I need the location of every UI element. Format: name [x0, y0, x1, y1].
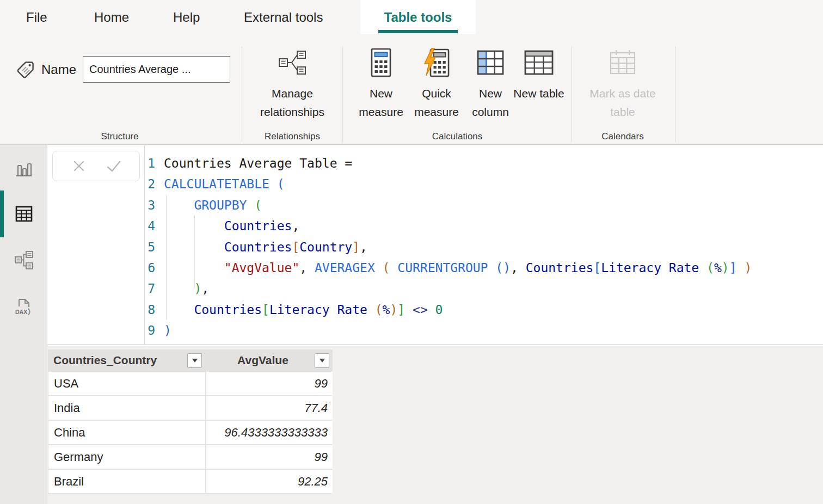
column-filter-dropdown[interactable]: [187, 353, 202, 368]
tab-external-tools[interactable]: External tools: [244, 0, 323, 34]
mark-as-date-table-button: Mark as date table: [582, 45, 664, 128]
code-line[interactable]: 1Countries Average Table =: [145, 153, 823, 174]
formula-bar-region: 1Countries Average Table =2CALCULATETABL…: [47, 145, 823, 345]
dax-code: 1Countries Average Table =2CALCULATETABL…: [145, 153, 823, 341]
quick-measure-icon: [421, 45, 452, 80]
avg-value-cell[interactable]: 92.25: [206, 470, 333, 493]
view-sidebar: DAX: [0, 145, 47, 504]
ribbon-separator: [242, 46, 242, 142]
tag-icon: [15, 59, 36, 80]
country-cell[interactable]: China: [48, 421, 205, 444]
formula-commit-group: [52, 151, 140, 181]
line-number: 6: [145, 257, 155, 278]
manage-relationships-button[interactable]: Manage relationships: [251, 45, 333, 128]
country-cell[interactable]: USA: [48, 372, 205, 395]
code-line[interactable]: 3 GROUPBY (: [145, 195, 823, 216]
line-number: 9: [145, 320, 155, 341]
cancel-x-icon: [70, 157, 88, 175]
line-number: 1: [145, 153, 155, 174]
line-number: 5: [145, 237, 155, 257]
checkmark-icon: [105, 157, 123, 175]
new-table-button[interactable]: New table: [512, 45, 566, 128]
ribbon-separator: [675, 46, 675, 142]
ribbon-tab-bar: File Home Help External tools Table tool…: [0, 0, 823, 34]
mark-as-date-table-icon: [608, 45, 637, 80]
avg-value-cell[interactable]: 99: [206, 372, 333, 395]
column-header-countries-country[interactable]: Countries_Country: [48, 350, 205, 371]
manage-relationships-icon: [278, 45, 307, 80]
data-view-region: Countries_Country AvgValue USA99India77.…: [47, 346, 823, 504]
svg-text:DAX: DAX: [15, 309, 27, 315]
report-view-button[interactable]: [14, 158, 34, 179]
ribbon-separator: [572, 46, 572, 142]
new-table-label: New table: [513, 84, 564, 103]
cancel-formula-button[interactable]: [70, 157, 88, 175]
tab-file[interactable]: File: [26, 0, 47, 34]
line-number: 7: [145, 278, 155, 299]
name-field-label: Name: [41, 62, 76, 77]
line-number: 4: [145, 216, 155, 236]
commit-formula-button[interactable]: [105, 157, 123, 175]
column-header-avgvalue[interactable]: AvgValue: [206, 350, 333, 371]
country-cell[interactable]: Germany: [48, 445, 205, 469]
ribbon: Name Structure Manage relationships Rela…: [0, 34, 823, 145]
line-number: 8: [145, 299, 155, 320]
avg-value-cell[interactable]: 99: [206, 445, 333, 469]
code-line[interactable]: 2CALCULATETABLE (: [145, 174, 823, 194]
dax-query-view-button[interactable]: DAX: [14, 297, 34, 318]
quick-measure-label: Quick measure: [409, 84, 464, 121]
column-filter-dropdown[interactable]: [315, 353, 329, 368]
group-label-calculations: Calculations: [403, 131, 512, 142]
report-view-icon: [14, 158, 34, 179]
country-cell[interactable]: Brazil: [48, 470, 205, 493]
column-header-label: AvgValue: [211, 354, 315, 367]
code-line[interactable]: 4 Countries,: [145, 216, 823, 236]
dax-query-view-icon: DAX: [14, 297, 34, 318]
model-view-icon: [14, 250, 34, 271]
new-measure-button[interactable]: New measure: [354, 45, 408, 128]
result-table: Countries_Country AvgValue USA99India77.…: [48, 349, 332, 494]
quick-measure-button[interactable]: Quick measure: [409, 45, 464, 128]
active-view-indicator: [0, 190, 4, 237]
code-line[interactable]: 8 Countries[Literacy Rate (%)] <> 0: [145, 299, 823, 320]
powerbi-data-view-window: File Home Help External tools Table tool…: [0, 0, 823, 504]
code-line[interactable]: 6 "AvgValue", AVERAGEX ( CURRENTGROUP ()…: [145, 257, 823, 278]
new-column-label: New column: [463, 84, 518, 121]
code-line[interactable]: 5 Countries[Country],: [145, 237, 823, 257]
column-header-label: Countries_Country: [53, 354, 187, 367]
table-name-input[interactable]: [83, 56, 230, 83]
tab-table-tools[interactable]: Table tools: [360, 0, 476, 34]
tab-help[interactable]: Help: [173, 0, 200, 34]
tab-home[interactable]: Home: [94, 0, 129, 34]
new-table-icon: [524, 45, 554, 80]
code-line[interactable]: 9): [145, 320, 823, 341]
avg-value-cell[interactable]: 77.4: [206, 396, 333, 420]
mark-as-date-table-label: Mark as date table: [582, 84, 664, 121]
country-cell[interactable]: India: [48, 396, 205, 420]
code-line[interactable]: 7 ),: [145, 278, 823, 299]
new-measure-label: New measure: [354, 84, 408, 121]
ribbon-separator: [342, 46, 343, 142]
line-number: 2: [145, 174, 155, 194]
manage-relationships-label: Manage relationships: [251, 84, 333, 121]
avg-value-cell[interactable]: 96.4333333333333: [206, 421, 333, 444]
dropdown-arrow-icon: [192, 359, 198, 362]
group-label-relationships: Relationships: [251, 131, 333, 142]
new-column-button[interactable]: New column: [463, 45, 518, 128]
dax-formula-editor[interactable]: 1Countries Average Table =2CALCULATETABL…: [144, 145, 823, 345]
model-view-button[interactable]: [14, 250, 34, 271]
group-label-calendars: Calendars: [582, 131, 664, 142]
new-measure-icon: [370, 45, 392, 80]
data-view-icon: [14, 204, 34, 224]
new-column-icon: [476, 45, 505, 80]
dropdown-arrow-icon: [320, 359, 325, 362]
data-view-button[interactable]: [14, 204, 34, 224]
line-number: 3: [145, 195, 155, 216]
group-label-structure: Structure: [82, 131, 158, 142]
